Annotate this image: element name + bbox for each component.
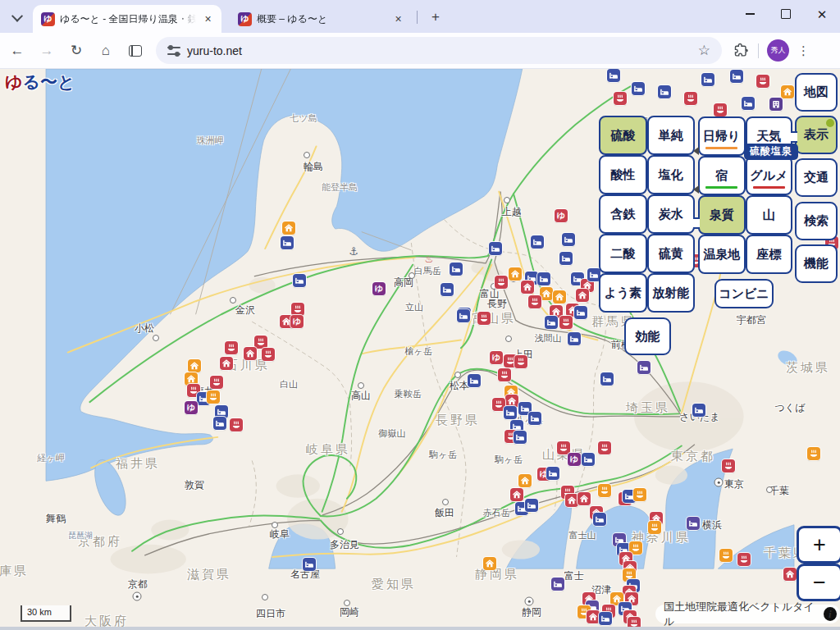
- display-cell-温泉地[interactable]: 温泉地: [698, 235, 746, 274]
- quality-cell-酸性[interactable]: 酸性: [599, 155, 647, 194]
- info-icon[interactable]: i: [824, 607, 837, 621]
- quality-cell-硫黄[interactable]: 硫黄: [647, 234, 696, 273]
- menu-button-検索[interactable]: 検索: [795, 202, 838, 240]
- close-button[interactable]: ✕: [804, 0, 840, 28]
- profile-avatar[interactable]: 秀人: [767, 39, 789, 62]
- window-bottom-edge: [0, 627, 840, 630]
- site-favicon: ゆ: [41, 12, 55, 26]
- quality-cell-二酸[interactable]: 二酸: [599, 234, 647, 273]
- quality-cell-硫酸[interactable]: 硫酸: [599, 116, 647, 155]
- quality-cell-単純[interactable]: 単純: [647, 116, 696, 155]
- tab-search-chevron-icon[interactable]: [8, 8, 26, 26]
- site-logo: ゆる〜と: [5, 71, 75, 94]
- spring-type-tooltip: 硫酸塩泉: [744, 144, 798, 160]
- site-settings-icon[interactable]: [167, 45, 180, 57]
- conbini-button[interactable]: コンビニ: [714, 279, 774, 308]
- display-cell-宿[interactable]: 宿: [698, 156, 746, 195]
- home-icon[interactable]: ⌂: [94, 39, 118, 63]
- display-cell-座標[interactable]: 座標: [746, 235, 793, 274]
- quality-cell-炭水[interactable]: 炭水: [647, 194, 696, 234]
- browser-window: ゆ ゆる〜と - 全国日帰り温泉・銭湯マ × ゆ 概要 – ゆる〜と × + ✕…: [0, 0, 840, 630]
- display-cell-日帰り[interactable]: 日帰り: [698, 116, 746, 156]
- tab-inactive[interactable]: ゆ 概要 – ゆる〜と ×: [230, 5, 412, 33]
- zoom-in-button[interactable]: +: [797, 526, 840, 564]
- url-text[interactable]: yuru-to.net: [187, 44, 698, 57]
- window-controls: ✕: [732, 0, 840, 28]
- address-bar[interactable]: yuru-to.net ☆: [156, 37, 722, 64]
- zoom-out-button[interactable]: −: [797, 564, 840, 601]
- tab-active[interactable]: ゆ ゆる〜と - 全国日帰り温泉・銭湯マ ×: [33, 5, 221, 33]
- tab-title: 概要 – ゆる〜と: [257, 12, 386, 26]
- tab-title: ゆる〜と - 全国日帰り温泉・銭湯マ: [60, 12, 196, 26]
- display-grid: 日帰り天気宿グルメ泉質山温泉地座標: [698, 116, 792, 274]
- display-cell-泉質[interactable]: 泉質: [698, 195, 746, 235]
- site-favicon: ゆ: [238, 12, 252, 26]
- menu-button-表示[interactable]: 表示: [795, 116, 838, 154]
- quality-cell-放射能[interactable]: 放射能: [647, 273, 696, 313]
- collapse-arrow-icon[interactable]: [693, 185, 699, 194]
- attribution-text: 国土地理院最適化ベクトルタイル: [664, 600, 819, 629]
- minimize-button[interactable]: [732, 0, 768, 28]
- tab-close-icon[interactable]: ×: [391, 12, 405, 26]
- toolbar-separator: [758, 43, 759, 58]
- maximize-button[interactable]: [768, 0, 804, 28]
- browser-toolbar: ← → ↻ ⌂ yuru-to.net ☆ 秀人 ⋮: [0, 33, 840, 69]
- bookmark-star-icon[interactable]: ☆: [698, 42, 710, 59]
- tab-strip: ゆ ゆる〜と - 全国日帰り温泉・銭湯マ × ゆ 概要 – ゆる〜と × + ✕: [0, 0, 840, 33]
- reload-icon[interactable]: ↻: [64, 39, 89, 63]
- zoom-controls: + −: [797, 526, 840, 603]
- spring-quality-grid: 硫酸単純酸性塩化含鉄炭水二酸硫黄よう素放射能: [599, 116, 695, 313]
- menu-button-機能[interactable]: 機能: [795, 244, 838, 283]
- kounou-button[interactable]: 効能: [624, 317, 671, 355]
- tab-close-icon[interactable]: ×: [201, 12, 215, 26]
- map-canvas[interactable]: 新潟県富山県石川県福井県長野県岐阜県愛知県静岡県山梨県埼玉県東京都神奈川県茨城県…: [0, 69, 840, 630]
- display-cell-グルメ[interactable]: グルメ: [746, 156, 793, 195]
- panel-connector: [791, 131, 797, 143]
- panel-connector: [693, 217, 700, 229]
- forward-icon[interactable]: →: [34, 39, 59, 63]
- menu-button-交通[interactable]: 交通: [795, 158, 838, 197]
- quality-cell-よう素[interactable]: よう素: [599, 273, 647, 313]
- collapse-arrow-icon[interactable]: [693, 147, 699, 155]
- extensions-puzzle-icon[interactable]: [733, 43, 750, 59]
- side-panel-icon[interactable]: [123, 39, 148, 63]
- map-scale: 30 km: [21, 605, 71, 622]
- back-icon[interactable]: ←: [5, 39, 30, 63]
- menu-kebab-icon[interactable]: ⋮: [797, 43, 810, 58]
- quality-cell-塩化[interactable]: 塩化: [647, 155, 696, 194]
- new-tab-button[interactable]: +: [426, 7, 445, 27]
- quality-cell-含鉄[interactable]: 含鉄: [599, 194, 647, 234]
- map-attribution: 国土地理院最適化ベクトルタイル i: [655, 605, 840, 623]
- notification-dot: [826, 119, 834, 127]
- tab-separator: [417, 11, 418, 24]
- display-cell-山[interactable]: 山: [746, 195, 793, 235]
- menu-button-地図[interactable]: 地図: [795, 73, 838, 112]
